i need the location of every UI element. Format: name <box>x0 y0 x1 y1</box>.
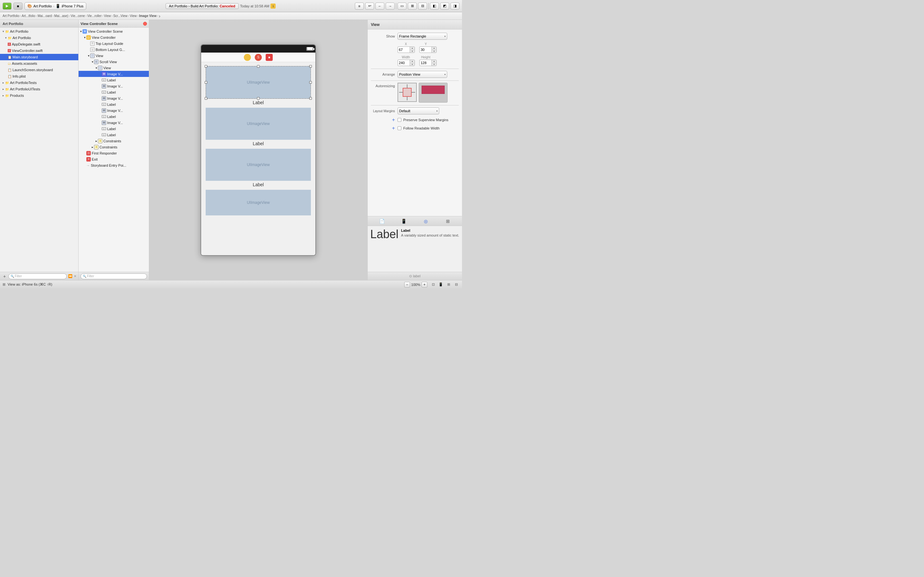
show-dropdown[interactable]: Frame Rectangle ▾ <box>397 33 447 40</box>
warning-badge[interactable]: 1 <box>270 3 276 9</box>
nt-scroll-view[interactable]: ▾ ⊟ Scroll View <box>79 59 149 65</box>
disclosure-view2[interactable]: ▾ <box>95 66 98 69</box>
y-spin-up[interactable]: ▲ <box>432 47 436 50</box>
navigator-btn[interactable]: ◧ <box>430 3 439 10</box>
handle-ml[interactable] <box>205 81 207 84</box>
canvas-area[interactable]: → S ■ UIImageView <box>149 20 367 280</box>
rp-label-bottom[interactable]: ⊙ label <box>409 274 420 278</box>
scheme-selector[interactable]: 🎨 Art Portfolio › 📱 iPhone 7 Plus <box>24 2 86 10</box>
nt-imageview-5[interactable]: 🖼 Image V... <box>79 119 149 126</box>
handle-br[interactable] <box>309 97 312 100</box>
sidebar-item-tests[interactable]: ▸ 📁 Art PortfolioTests <box>0 79 78 86</box>
rp-grid-icon[interactable]: ⊞ <box>444 218 452 225</box>
disclosure-constr2[interactable]: ▸ <box>91 145 94 149</box>
nt-imageview-2[interactable]: 🖼 Image V... <box>79 83 149 89</box>
sidebar-item-appdelegate[interactable]: 🅰 AppDelegate.swift <box>0 41 78 47</box>
autosizing-box[interactable] <box>397 83 417 102</box>
rp-circle-icon[interactable]: ◎ <box>422 218 430 225</box>
handle-bl[interactable] <box>205 97 207 100</box>
bc-item-10[interactable]: Image View <box>139 14 156 18</box>
editor-icon[interactable]: ⊞ <box>3 282 5 286</box>
disclosure-constr1[interactable]: ▸ <box>95 139 98 143</box>
sidebar-item-viewcontroller[interactable]: 🅰 ViewController.swift <box>0 47 78 54</box>
disclosure-uitests[interactable]: ▸ <box>1 87 5 91</box>
y-spin-down[interactable]: ▼ <box>432 50 436 53</box>
bc-item-2[interactable]: Art...tfolio <box>22 14 35 18</box>
bc-item-3[interactable]: Mai...oard <box>37 14 52 18</box>
nt-label-1[interactable]: L Label <box>79 77 149 83</box>
sidebar-item-launchscreen[interactable]: 📋 LaunchScreen.storyboard <box>0 67 78 73</box>
x-input[interactable]: 67 ▲ ▼ <box>397 47 415 53</box>
device-view-btn[interactable]: 📱 <box>438 282 444 288</box>
disclosure-art-portfolio-sub[interactable]: ▾ <box>4 36 8 39</box>
nt-imageview-1[interactable]: 🖼 Image V... <box>79 71 149 77</box>
imageview-2[interactable]: UIImageView <box>206 108 311 140</box>
disclosure-art-portfolio[interactable]: ▾ <box>1 30 5 33</box>
imageview-1[interactable]: UIImageView <box>206 66 310 98</box>
left-filter-clock-icon[interactable]: ⏪ <box>68 274 73 278</box>
bc-item-1[interactable]: Art Portfolio <box>3 14 19 18</box>
imageview-3[interactable]: UIImageView <box>206 149 311 181</box>
bc-item-8[interactable]: Scr...View <box>113 14 128 18</box>
nt-scene[interactable]: ▾ ⊞ View Controller Scene <box>79 28 149 34</box>
bc-forward-btn[interactable]: › <box>159 13 160 19</box>
disclosure-view1[interactable]: ▾ <box>87 54 90 57</box>
zoom-in-btn[interactable]: + <box>422 282 427 287</box>
nt-imageview-3[interactable]: 🖼 Image V... <box>79 95 149 101</box>
nt-constraints-1[interactable]: ▸ ⊞ Constraints <box>79 138 149 144</box>
disclosure-vc[interactable]: ▾ <box>83 36 86 39</box>
zoom-out-btn[interactable]: − <box>404 282 410 287</box>
layout-margins-dropdown[interactable]: Default ▾ <box>397 107 439 114</box>
handle-tm[interactable] <box>257 65 260 68</box>
rp-file-icon[interactable]: 📄 <box>378 218 386 225</box>
debug-btn[interactable]: ◩ <box>440 3 449 10</box>
follow-checkbox[interactable] <box>397 126 401 130</box>
disclosure-scene[interactable]: ▾ <box>79 30 82 33</box>
nt-label-2[interactable]: L Label <box>79 89 149 95</box>
handle-mr[interactable] <box>309 81 312 84</box>
utilities-btn[interactable]: ◨ <box>451 3 459 10</box>
nt-label-5[interactable]: L Label <box>79 126 149 132</box>
bc-item-4[interactable]: Mai...ase) <box>54 14 68 18</box>
handle-tl[interactable] <box>205 65 207 68</box>
nt-label-3[interactable]: L Label <box>79 101 149 107</box>
width-spin-up[interactable]: ▲ <box>410 60 415 63</box>
preserve-checkbox[interactable] <box>397 118 401 122</box>
bc-item-7[interactable]: View <box>104 14 111 18</box>
disclosure-products[interactable]: ▸ <box>1 94 5 97</box>
layout-view-btn[interactable]: ⊡ <box>430 282 436 288</box>
layout-btn-1[interactable]: ≡ <box>355 3 364 10</box>
arrange-dropdown[interactable]: Position View ▾ <box>397 71 447 78</box>
height-input[interactable]: 128 ▲ ▼ <box>419 60 437 66</box>
bc-item-9[interactable]: View <box>130 14 137 18</box>
sidebar-item-products[interactable]: ▸ 📁 Products <box>0 92 78 99</box>
nt-label-4[interactable]: L Label <box>79 113 149 119</box>
bc-item-6[interactable]: Vie...roller <box>87 14 102 18</box>
nav-filter-input[interactable]: 🔍 Filter <box>81 274 147 279</box>
nt-view-2[interactable]: ▾ □ View <box>79 65 149 71</box>
sidebar-item-mainstoryboard[interactable]: 📋 Main.storyboard <box>0 54 78 60</box>
imageview-4[interactable]: UIImageView <box>206 190 311 215</box>
nt-constraints-2[interactable]: ▸ ⊞ Constraints <box>79 144 149 150</box>
handle-tr[interactable] <box>309 65 312 68</box>
nav-forward-btn[interactable]: → <box>386 3 395 10</box>
rp-phone-icon[interactable]: 📱 <box>400 218 408 225</box>
constraint-btn[interactable]: ⊟ <box>453 282 459 288</box>
sidebar-item-assets[interactable]: 🗂 Assets.xcassets <box>0 60 78 67</box>
bc-item-5[interactable]: Vie...cene <box>71 14 85 18</box>
nt-imageview-4[interactable]: 🖼 Image V... <box>79 107 149 113</box>
sidebar-item-art-portfolio-group[interactable]: ▾ 📁 Art Portfolio <box>0 28 78 35</box>
nt-top-guide[interactable]: ⊤ Top Layout Guide <box>79 40 149 47</box>
nt-label-6[interactable]: L Label <box>79 132 149 138</box>
width-spin-down[interactable]: ▼ <box>410 63 415 66</box>
height-spin-up[interactable]: ▲ <box>432 60 436 63</box>
editor-version-btn[interactable]: ⊟ <box>418 3 427 10</box>
nt-view-1[interactable]: ▾ □ View <box>79 53 149 59</box>
refresh-btn[interactable]: ↩ <box>365 3 374 10</box>
stop-button[interactable]: ■ <box>13 3 23 10</box>
x-spin-up[interactable]: ▲ <box>410 47 415 50</box>
nav-back-btn[interactable]: ← <box>375 3 384 10</box>
sidebar-item-art-portfolio-sub[interactable]: ▾ 📁 Art Portfolio <box>0 35 78 41</box>
nt-first-responder[interactable]: ⊡ First Responder <box>79 150 149 156</box>
nav-tree-close-btn[interactable]: ✕ <box>143 22 147 26</box>
